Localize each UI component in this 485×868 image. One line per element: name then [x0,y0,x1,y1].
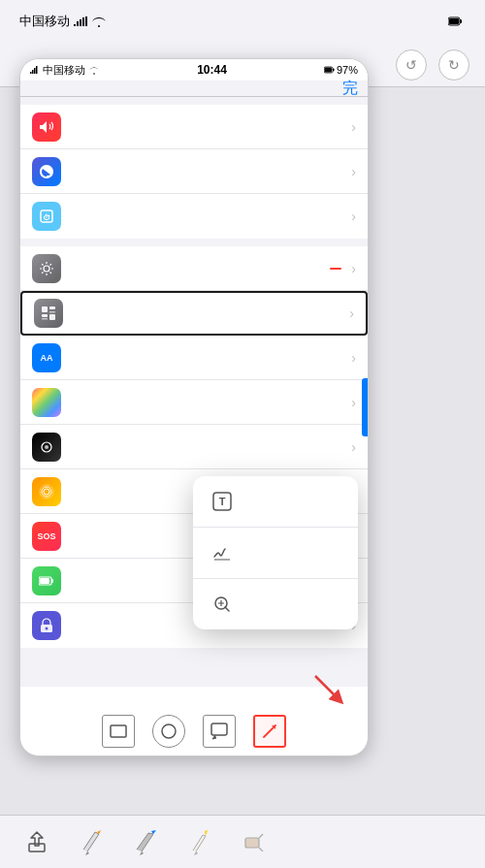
context-menu-item-sign[interactable] [193,528,358,579]
svg-text:T: T [219,496,226,507]
general-icon [32,254,61,283]
phone-battery: 97% [324,64,358,76]
settings-item-siri[interactable]: › [20,425,368,469]
siri-icon [32,433,61,462]
circle-tool[interactable] [152,715,185,748]
svg-rect-15 [42,318,48,320]
bottom-outer-toolbar [0,815,485,868]
svg-line-36 [315,676,339,699]
outer-status-bar: 中国移动 [0,0,485,43]
dnd-icon [32,157,61,186]
settings-group-1: › › ⏱ › [20,105,368,239]
wallpaper-chevron: › [351,395,356,410]
svg-rect-24 [40,578,49,584]
privacy-icon [32,611,61,640]
phone-complete-btn[interactable]: 完 [342,79,358,99]
wallpaper-icon [32,388,61,417]
settings-item-control[interactable]: › [20,291,368,336]
battery-icon [32,566,61,595]
pen-tool[interactable] [74,824,109,859]
pencil-tool[interactable] [182,824,217,859]
magnifier-icon [209,591,236,618]
svg-point-0 [98,25,100,27]
speech-tool[interactable] [203,715,236,748]
display-icon: AA [32,343,61,372]
svg-rect-3 [449,18,459,24]
siri-chevron: › [351,439,356,455]
control-icon [34,299,63,328]
svg-rect-23 [51,579,53,583]
context-menu: T [193,476,358,629]
settings-item-general[interactable]: › [20,246,368,291]
general-badge [330,268,341,270]
settings-item-display[interactable]: AA › [20,336,368,380]
line-tool[interactable] [253,715,286,748]
phone-frame: 中国移动 10:44 97% 完 › [19,58,369,756]
blue-right-indicator [362,378,368,436]
phone-status-bar: 中国移动 10:44 97% [20,59,368,80]
svg-rect-11 [42,306,48,312]
context-menu-item-text[interactable]: T [193,476,358,528]
svg-point-18 [45,445,48,449]
settings-item-sound[interactable]: › [20,105,368,149]
svg-rect-16 [49,314,55,320]
shape-tools-row [20,715,368,748]
svg-rect-14 [42,314,48,317]
settings-header: 完 [20,80,368,97]
svg-point-26 [46,627,48,630]
dnd-chevron: › [351,164,356,179]
phone-time: 10:44 [197,63,227,77]
control-chevron: › [349,305,354,321]
screentime-chevron: › [351,209,356,224]
svg-point-4 [93,73,95,75]
settings-item-dnd[interactable]: › [20,149,368,194]
outer-battery [448,16,466,26]
svg-rect-2 [460,19,462,23]
svg-rect-38 [245,838,259,848]
svg-point-10 [44,266,49,272]
settings-item-screentime[interactable]: ⏱ › [20,194,368,239]
sound-icon [32,113,61,142]
sound-chevron: › [351,119,356,135]
svg-rect-7 [324,68,332,73]
share-button[interactable] [19,824,54,859]
display-chevron: › [351,350,356,366]
outer-carrier: 中国移动 [19,13,107,30]
watermark-overlay [378,58,485,868]
red-arrow-annotation [307,668,346,711]
general-chevron: › [351,261,356,276]
svg-rect-30 [111,725,126,737]
svg-point-31 [162,724,176,738]
text-icon: T [209,488,236,515]
svg-text:⏱: ⏱ [43,213,50,222]
sos-icon: SOS [32,522,61,551]
svg-rect-37 [29,844,45,852]
eraser-tool[interactable] [237,824,272,859]
phone-carrier: 中国移动 [30,63,100,78]
context-menu-item-magnifier[interactable] [193,579,358,629]
rectangle-tool[interactable] [102,715,135,748]
svg-rect-32 [211,723,227,735]
svg-rect-12 [49,306,55,309]
svg-rect-13 [49,311,55,313]
svg-rect-6 [333,69,335,72]
touch-icon [32,477,61,506]
sign-icon [209,539,236,566]
svg-point-19 [44,489,49,495]
screentime-icon: ⏱ [32,202,61,231]
settings-item-wallpaper[interactable]: › [20,380,368,425]
marker-tool[interactable] [128,824,163,859]
